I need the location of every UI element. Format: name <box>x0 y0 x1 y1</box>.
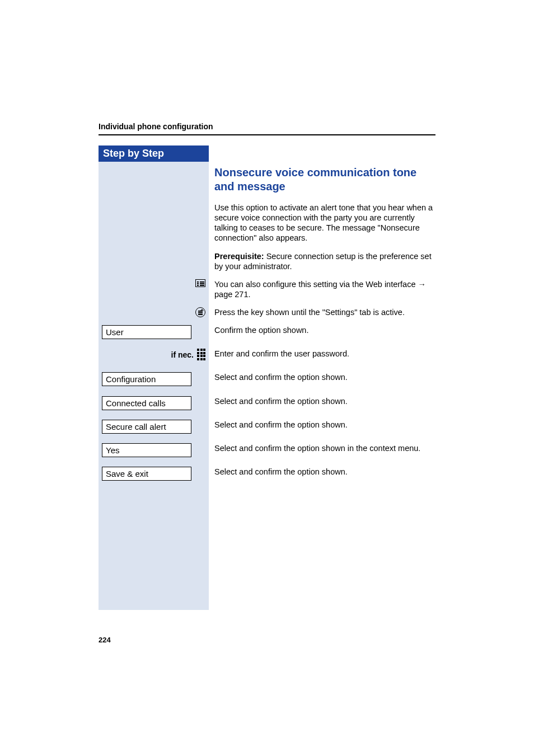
step-row-yes: Yes Select and confirm the option shown … <box>214 443 435 453</box>
page-header: Individual phone configuration <box>99 122 435 135</box>
intro-paragraph: Use this option to activate an alert ton… <box>214 203 435 243</box>
step-row-secure-call-alert: Secure call alert Select and confirm the… <box>214 420 435 430</box>
section-heading: Nonsecure voice communication tone and m… <box>214 166 435 194</box>
step-text-save-exit: Select and confirm the option shown. <box>214 467 348 477</box>
ifnec-label: if nec. <box>171 350 194 359</box>
web-interface-icon <box>195 279 205 287</box>
keypad-icon <box>197 349 205 360</box>
step-row-save-exit: Save & exit Select and confirm the optio… <box>214 467 435 477</box>
step-row-settings: Press the key shown until the "Settings"… <box>214 307 435 317</box>
step-text-connected-calls: Select and confirm the option shown. <box>214 396 348 406</box>
step-text-configuration: Select and confirm the option shown. <box>214 372 348 382</box>
step-row-password: if nec. Enter and confirm the user passw… <box>214 349 435 359</box>
step-text-user: Confirm the option shown. <box>214 325 308 335</box>
step-text-password: Enter and confirm the user password. <box>214 349 349 359</box>
settings-key-icon <box>195 307 205 317</box>
prereq-label: Prerequisite: <box>214 252 264 261</box>
phone-field-user: User <box>102 325 191 339</box>
web-interface-note: You can also configure this setting via … <box>214 279 435 299</box>
page-number: 224 <box>99 636 111 644</box>
step-row-user: User Confirm the option shown. <box>214 325 435 335</box>
step-text-yes: Select and confirm the option shown in t… <box>214 443 420 453</box>
step-row-connected-calls: Connected calls Select and confirm the o… <box>214 396 435 406</box>
header-title: Individual phone configuration <box>99 122 213 131</box>
prereq-paragraph: Prerequisite: Secure connection setup is… <box>214 251 435 271</box>
phone-field-secure-call-alert: Secure call alert <box>102 420 191 434</box>
phone-field-save-exit: Save & exit <box>102 467 191 481</box>
phone-field-yes: Yes <box>102 443 191 457</box>
step-row-configuration: Configuration Select and confirm the opt… <box>214 372 435 382</box>
phone-field-connected-calls: Connected calls <box>102 396 191 410</box>
step-text-secure-call-alert: Select and confirm the option shown. <box>214 420 348 430</box>
web-note-text: You can also configure this setting via … <box>214 280 418 289</box>
sidebar-title: Step by Step <box>99 145 209 162</box>
content-column: Nonsecure voice communication tone and m… <box>214 145 435 485</box>
step-text-settings: Press the key shown until the "Settings"… <box>214 307 405 317</box>
phone-field-configuration: Configuration <box>102 372 191 386</box>
web-interface-note-row: You can also configure this setting via … <box>214 279 435 299</box>
